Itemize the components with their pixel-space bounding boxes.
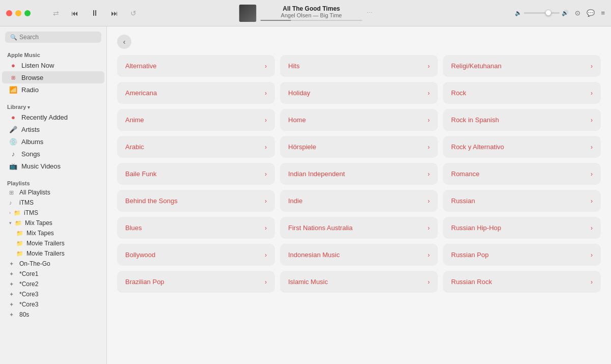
genre-name: Home	[288, 116, 306, 124]
genre-name: Russian Hip-Hop	[451, 224, 501, 232]
playlist-item-movie-trailers1[interactable]: 📁 Movie Trailers	[2, 238, 104, 248]
genre-card-rock-in-spanish[interactable]: Rock in Spanish ›	[443, 109, 601, 131]
next-button[interactable]: ⏭	[109, 8, 120, 18]
play-pause-button[interactable]: ⏸	[89, 8, 101, 19]
playlist-item-on-the-go[interactable]: ✦ On-The-Go	[2, 259, 104, 269]
maximize-button[interactable]	[24, 10, 31, 16]
mix-tapes-label: Mix Tapes	[26, 230, 54, 237]
genre-card-brazilian-pop[interactable]: Brazilian Pop ›	[117, 271, 275, 293]
genre-card-indie[interactable]: Indie ›	[280, 190, 438, 212]
playlist-item-mix-tapes-folder[interactable]: ▾ 📁 Mix Tapes	[2, 218, 104, 228]
close-button[interactable]	[6, 10, 12, 16]
sidebar-item-recently-added[interactable]: ● Recently Added	[2, 111, 104, 123]
now-playing: All The Good Times Angel Olsen — Big Tim…	[239, 5, 372, 22]
sidebar-item-albums[interactable]: 💿 Albums	[2, 135, 104, 148]
repeat-button[interactable]: ↺	[128, 8, 138, 18]
genre-card-rock[interactable]: Rock ›	[443, 82, 601, 104]
genre-name: Indonesian Music	[288, 251, 340, 259]
playlist-item-core2[interactable]: ✦ *Core2	[2, 279, 104, 289]
genre-card-americana[interactable]: Americana ›	[117, 82, 275, 104]
volume-thumb	[545, 10, 551, 16]
progress-bar[interactable]	[261, 20, 363, 21]
movie-trailers2-label: Movie Trailers	[26, 250, 65, 257]
previous-button[interactable]: ⏮	[69, 8, 80, 18]
genre-card-anime[interactable]: Anime ›	[117, 109, 275, 131]
genre-card-alternative[interactable]: Alternative ›	[117, 55, 275, 77]
genre-card-first-nations-australia[interactable]: First Nations Australia ›	[280, 217, 438, 239]
sidebar-item-music-videos[interactable]: 📺 Music Videos	[2, 160, 104, 172]
core3b-icon: ✦	[9, 301, 16, 308]
volume-slider[interactable]	[524, 12, 560, 14]
airplay-icon[interactable]: ⊙	[575, 9, 580, 17]
sidebar: 🔍 Apple Music ● Listen Now ⊞ Browse 📶 Ra…	[0, 26, 107, 364]
playlist-item-80s[interactable]: ✦ 80s	[2, 310, 104, 320]
playlist-item-core3a[interactable]: ✦ *Core3	[2, 289, 104, 299]
core2-label: *Core2	[19, 281, 38, 288]
genre-card-arabic[interactable]: Arabic ›	[117, 136, 275, 158]
search-container[interactable]: 🔍	[0, 26, 106, 46]
itms1-label: iTMS	[19, 199, 34, 206]
genre-card-hits[interactable]: Hits ›	[280, 55, 438, 77]
mix-tapes-folder-label: Mix Tapes	[25, 219, 52, 227]
genre-chevron-icon: ›	[265, 117, 267, 124]
playlist-item-movie-trailers2[interactable]: 📁 Movie Trailers	[2, 248, 104, 259]
queue-icon[interactable]: ≡	[601, 9, 605, 17]
mix-tapes-chevron: ▾	[9, 220, 12, 226]
search-input[interactable]	[19, 34, 96, 41]
genre-name: Americana	[125, 89, 157, 97]
shuffle-button[interactable]: ⇄	[51, 8, 61, 18]
sidebar-item-browse[interactable]: ⊞ Browse	[2, 71, 104, 83]
songs-label: Songs	[21, 150, 40, 158]
playlist-item-core1[interactable]: ✦ *Core1	[2, 269, 104, 279]
on-the-go-icon: ✦	[9, 261, 16, 267]
genre-name: Baile Funk	[125, 170, 156, 178]
genre-name: Behind the Songs	[125, 197, 178, 205]
genre-chevron-icon: ›	[428, 225, 430, 232]
volume-control[interactable]: 🔈 🔊	[515, 10, 569, 16]
browse-icon: ⊞	[9, 73, 17, 81]
all-playlists-icon: ⊞	[9, 189, 16, 196]
genre-card-russian-rock[interactable]: Russian Rock ›	[443, 271, 601, 293]
sidebar-item-radio[interactable]: 📶 Radio	[2, 83, 104, 96]
genre-card-bollywood[interactable]: Bollywood ›	[117, 244, 275, 266]
genre-name: Hörspiele	[288, 143, 316, 151]
genre-name: Blues	[125, 224, 142, 232]
genre-card-blues[interactable]: Blues ›	[117, 217, 275, 239]
track-info: All The Good Times Angel Olsen — Big Tim…	[261, 5, 363, 21]
genre-card-behind-the-songs[interactable]: Behind the Songs ›	[117, 190, 275, 212]
playlist-item-mix-tapes[interactable]: 📁 Mix Tapes	[2, 228, 104, 238]
genre-card-indian-independent[interactable]: Indian Independent ›	[280, 163, 438, 185]
genre-card-romance[interactable]: Romance ›	[443, 163, 601, 185]
genre-card-baile-funk[interactable]: Baile Funk ›	[117, 163, 275, 185]
genre-card-russian[interactable]: Russian ›	[443, 190, 601, 212]
genre-card-rock-y-alternativo[interactable]: Rock y Alternativo ›	[443, 136, 601, 158]
library-label: Library ▾	[0, 102, 106, 111]
80s-icon: ✦	[9, 312, 16, 318]
sidebar-item-artists[interactable]: 🎤 Artists	[2, 123, 104, 135]
genre-card-holiday[interactable]: Holiday ›	[280, 82, 438, 104]
sidebar-item-listen-now[interactable]: ● Listen Now	[2, 59, 104, 71]
genre-chevron-icon: ›	[428, 278, 430, 286]
minimize-button[interactable]	[15, 10, 21, 16]
genre-chevron-icon: ›	[265, 90, 267, 97]
playlist-item-itms2[interactable]: › 📁 iTMS	[2, 208, 104, 218]
genre-card-home[interactable]: Home ›	[280, 109, 438, 131]
genre-card-islamic-music[interactable]: Islamic Music ›	[280, 271, 438, 293]
content-area: ‹ Alternative › Hits › Religi/Ketuhanan …	[107, 26, 611, 364]
playlist-item-core3b[interactable]: ✦ *Core3	[2, 299, 104, 310]
genre-card-russian-pop[interactable]: Russian Pop ›	[443, 244, 601, 266]
genre-card-horspiele[interactable]: Hörspiele ›	[280, 136, 438, 158]
itms2-chevron: ›	[9, 210, 11, 215]
mix-tapes-folder-icon: 📁	[15, 220, 22, 227]
genre-name: Rock in Spanish	[451, 116, 499, 124]
genre-card-religi[interactable]: Religi/Ketuhanan ›	[443, 55, 601, 77]
title-bar: ⇄ ⏮ ⏸ ⏭ ↺ All The Good Times Angel Olsen…	[0, 0, 611, 26]
genre-card-russian-hip-hop[interactable]: Russian Hip-Hop ›	[443, 217, 601, 239]
playlist-item-all-playlists[interactable]: ⊞ All Playlists	[2, 187, 104, 198]
playlist-item-itms1[interactable]: ♪ iTMS	[2, 198, 104, 208]
back-button[interactable]: ‹	[117, 35, 131, 49]
search-box[interactable]: 🔍	[5, 32, 101, 43]
lyrics-icon[interactable]: 💬	[587, 9, 595, 17]
genre-card-indonesian-music[interactable]: Indonesian Music ›	[280, 244, 438, 266]
sidebar-item-songs[interactable]: ♪ Songs	[2, 148, 104, 160]
